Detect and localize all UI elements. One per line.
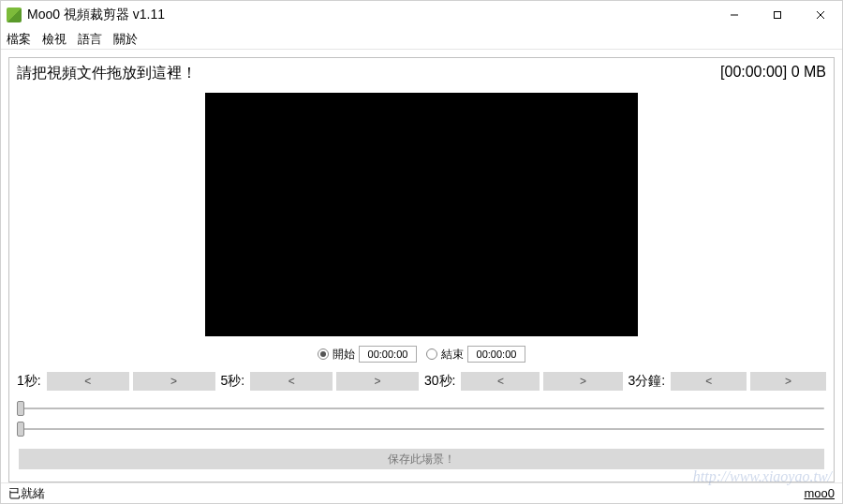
step-30s-fwd-button[interactable]: > <box>543 372 622 391</box>
end-time-input[interactable] <box>467 346 525 363</box>
app-icon <box>7 7 22 22</box>
close-button[interactable] <box>799 1 842 29</box>
main-panel: 請把視頻文件拖放到這裡！ [00:00:00] 0 MB 開始 結束 <box>8 57 835 482</box>
drop-hint: 請把視頻文件拖放到這裡！ <box>17 64 197 83</box>
minimize-button[interactable] <box>713 1 756 29</box>
step-5s-fwd-button[interactable]: > <box>336 372 419 391</box>
step-30s-back-button[interactable]: < <box>461 372 540 391</box>
slider-thumb[interactable] <box>17 422 24 437</box>
status-text: 已就緒 <box>8 485 45 502</box>
step-30s-label: 30秒: <box>424 373 455 390</box>
step-1s-back-button[interactable]: < <box>47 372 129 391</box>
end-time-group: 結束 <box>426 346 525 363</box>
duration-size-readout: [00:00:00] 0 MB <box>720 64 826 81</box>
start-radio[interactable] <box>318 348 329 360</box>
step-5s-label: 5秒: <box>221 373 245 390</box>
statusbar: 已就緒 moo0 <box>1 482 842 503</box>
content-area: 請把視頻文件拖放到這裡！ [00:00:00] 0 MB 開始 結束 <box>1 50 842 482</box>
step-5s-group: 5秒: < > <box>221 372 420 391</box>
menubar: 檔案 檢視 語言 關於 <box>1 29 842 50</box>
step-30s-group: 30秒: < > <box>424 372 623 391</box>
step-5s-back-button[interactable]: < <box>250 372 333 391</box>
start-label: 開始 <box>333 347 355 363</box>
titlebar: Moo0 視頻裁剪器 v1.11 <box>1 1 842 29</box>
start-slider[interactable] <box>19 402 824 415</box>
end-slider-wrap <box>19 422 824 436</box>
slider-thumb[interactable] <box>17 401 24 416</box>
menu-file[interactable]: 檔案 <box>7 31 31 48</box>
step-3m-label: 3分鐘: <box>629 373 666 390</box>
end-radio[interactable] <box>426 348 437 360</box>
slider-track <box>19 408 824 409</box>
menu-about[interactable]: 關於 <box>113 31 138 48</box>
step-1s-label: 1秒: <box>17 373 41 390</box>
slider-track <box>19 428 824 430</box>
step-3m-fwd-button[interactable]: > <box>750 372 826 391</box>
window-title: Moo0 視頻裁剪器 v1.11 <box>27 7 713 23</box>
window-controls <box>713 1 842 29</box>
step-1s-fwd-button[interactable]: > <box>133 372 215 391</box>
app-window: Moo0 視頻裁剪器 v1.11 檔案 檢視 語言 關於 請把視頻文件拖放到這裡… <box>0 0 843 504</box>
start-time-group: 開始 <box>318 346 417 363</box>
time-controls: 開始 結束 <box>17 346 826 363</box>
menu-view[interactable]: 檢視 <box>42 31 67 48</box>
step-1s-group: 1秒: < > <box>17 372 215 391</box>
video-preview-area <box>17 93 826 336</box>
maximize-button[interactable] <box>756 1 799 29</box>
video-preview[interactable] <box>205 93 638 336</box>
vendor-link[interactable]: moo0 <box>804 486 835 500</box>
step-3m-back-button[interactable]: < <box>671 372 747 391</box>
panel-header: 請把視頻文件拖放到這裡！ [00:00:00] 0 MB <box>17 64 826 83</box>
start-slider-wrap <box>19 402 824 415</box>
save-scene-button[interactable]: 保存此場景！ <box>19 449 824 469</box>
end-label: 結束 <box>441 347 464 363</box>
start-time-input[interactable] <box>359 346 417 363</box>
step-controls: 1秒: < > 5秒: < > 30秒: < > 3分鐘: < > <box>17 372 826 391</box>
svg-rect-1 <box>775 12 781 19</box>
end-slider[interactable] <box>19 422 824 436</box>
menu-language[interactable]: 語言 <box>78 31 102 48</box>
step-3m-group: 3分鐘: < > <box>629 372 827 391</box>
